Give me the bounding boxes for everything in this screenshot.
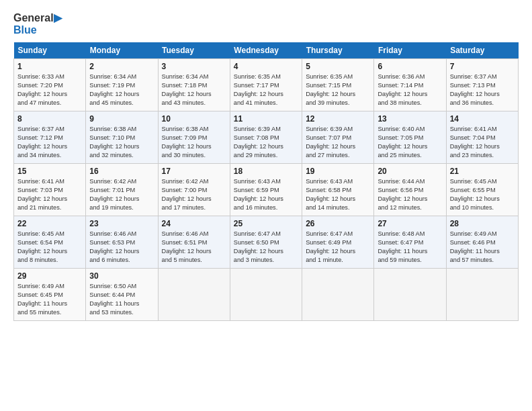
day-cell: 16Sunrise: 6:42 AMSunset: 7:01 PMDayligh… <box>86 164 158 216</box>
day-cell: 13Sunrise: 6:40 AMSunset: 7:05 PMDayligh… <box>374 111 446 164</box>
header-row: Sunday Monday Tuesday Wednesday Thursday… <box>14 42 519 59</box>
day-detail: Sunrise: 6:46 AMSunset: 6:51 PMDaylight:… <box>162 230 226 265</box>
day-cell <box>374 269 446 321</box>
day-number: 16 <box>89 167 154 176</box>
day-detail: Sunrise: 6:48 AMSunset: 6:47 PMDaylight:… <box>378 230 442 265</box>
day-detail: Sunrise: 6:46 AMSunset: 6:53 PMDaylight:… <box>89 230 154 265</box>
day-cell: 2Sunrise: 6:34 AMSunset: 7:19 PMDaylight… <box>86 59 158 111</box>
day-number: 4 <box>234 62 298 71</box>
day-detail: Sunrise: 6:36 AMSunset: 7:14 PMDaylight:… <box>378 73 442 107</box>
day-detail: Sunrise: 6:40 AMSunset: 7:05 PMDaylight:… <box>378 125 442 160</box>
day-number: 9 <box>89 114 154 124</box>
day-number: 26 <box>306 219 370 228</box>
day-detail: Sunrise: 6:45 AMSunset: 6:54 PMDaylight:… <box>17 230 82 265</box>
day-cell: 27Sunrise: 6:48 AMSunset: 6:47 PMDayligh… <box>374 216 446 269</box>
day-cell: 17Sunrise: 6:42 AMSunset: 7:00 PMDayligh… <box>158 164 230 216</box>
day-cell: 26Sunrise: 6:47 AMSunset: 6:49 PMDayligh… <box>302 216 374 269</box>
day-number: 29 <box>17 271 82 281</box>
day-cell: 15Sunrise: 6:41 AMSunset: 7:03 PMDayligh… <box>14 164 86 216</box>
day-cell <box>158 269 230 321</box>
day-detail: Sunrise: 6:39 AMSunset: 7:07 PMDaylight:… <box>306 125 370 160</box>
day-detail: Sunrise: 6:42 AMSunset: 7:00 PMDaylight:… <box>162 177 226 212</box>
logo: General▶ Blue <box>13 12 62 36</box>
day-number: 11 <box>234 114 298 124</box>
col-tuesday: Tuesday <box>158 42 230 59</box>
day-number: 2 <box>89 62 154 71</box>
day-detail: Sunrise: 6:49 AMSunset: 6:45 PMDaylight:… <box>17 282 82 317</box>
day-detail: Sunrise: 6:34 AMSunset: 7:19 PMDaylight:… <box>89 73 154 107</box>
week-row-3: 15Sunrise: 6:41 AMSunset: 7:03 PMDayligh… <box>14 164 519 216</box>
day-detail: Sunrise: 6:42 AMSunset: 7:01 PMDaylight:… <box>89 177 154 212</box>
day-number: 30 <box>89 271 154 281</box>
day-cell: 24Sunrise: 6:46 AMSunset: 6:51 PMDayligh… <box>158 216 230 269</box>
day-cell: 25Sunrise: 6:47 AMSunset: 6:50 PMDayligh… <box>230 216 302 269</box>
day-number: 13 <box>378 114 442 124</box>
day-cell: 4Sunrise: 6:35 AMSunset: 7:17 PMDaylight… <box>230 59 302 111</box>
day-number: 10 <box>162 114 226 124</box>
day-number: 15 <box>17 167 82 176</box>
day-detail: Sunrise: 6:34 AMSunset: 7:18 PMDaylight:… <box>162 73 226 107</box>
day-cell: 1Sunrise: 6:33 AMSunset: 7:20 PMDaylight… <box>14 59 86 111</box>
col-wednesday: Wednesday <box>230 42 302 59</box>
day-number: 21 <box>450 167 515 176</box>
day-detail: Sunrise: 6:38 AMSunset: 7:09 PMDaylight:… <box>162 125 226 160</box>
day-detail: Sunrise: 6:50 AMSunset: 6:44 PMDaylight:… <box>89 282 154 317</box>
col-monday: Monday <box>86 42 158 59</box>
day-number: 14 <box>450 114 515 124</box>
day-cell: 12Sunrise: 6:39 AMSunset: 7:07 PMDayligh… <box>302 111 374 164</box>
day-cell: 6Sunrise: 6:36 AMSunset: 7:14 PMDaylight… <box>374 59 446 111</box>
calendar-table: Sunday Monday Tuesday Wednesday Thursday… <box>13 42 519 321</box>
day-number: 27 <box>378 219 442 228</box>
day-number: 1 <box>17 62 82 71</box>
day-detail: Sunrise: 6:44 AMSunset: 6:56 PMDaylight:… <box>378 177 442 212</box>
week-row-5: 29Sunrise: 6:49 AMSunset: 6:45 PMDayligh… <box>14 269 519 321</box>
day-detail: Sunrise: 6:37 AMSunset: 7:13 PMDaylight:… <box>450 73 515 107</box>
day-number: 22 <box>17 219 82 228</box>
day-number: 7 <box>450 62 515 71</box>
day-detail: Sunrise: 6:35 AMSunset: 7:15 PMDaylight:… <box>306 73 370 107</box>
day-number: 23 <box>89 219 154 228</box>
day-detail: Sunrise: 6:38 AMSunset: 7:10 PMDaylight:… <box>89 125 154 160</box>
day-number: 12 <box>306 114 370 124</box>
col-thursday: Thursday <box>302 42 374 59</box>
day-cell: 8Sunrise: 6:37 AMSunset: 7:12 PMDaylight… <box>14 111 86 164</box>
day-number: 3 <box>162 62 226 71</box>
day-cell <box>302 269 374 321</box>
day-cell: 11Sunrise: 6:39 AMSunset: 7:08 PMDayligh… <box>230 111 302 164</box>
day-number: 18 <box>234 167 298 176</box>
logo-text: General▶ Blue <box>13 12 62 36</box>
col-saturday: Saturday <box>446 42 518 59</box>
day-cell <box>230 269 302 321</box>
day-number: 6 <box>378 62 442 71</box>
day-cell: 5Sunrise: 6:35 AMSunset: 7:15 PMDaylight… <box>302 59 374 111</box>
day-cell: 14Sunrise: 6:41 AMSunset: 7:04 PMDayligh… <box>446 111 518 164</box>
day-cell: 28Sunrise: 6:49 AMSunset: 6:46 PMDayligh… <box>446 216 518 269</box>
day-detail: Sunrise: 6:43 AMSunset: 6:58 PMDaylight:… <box>306 177 370 212</box>
day-cell: 19Sunrise: 6:43 AMSunset: 6:58 PMDayligh… <box>302 164 374 216</box>
day-detail: Sunrise: 6:41 AMSunset: 7:03 PMDaylight:… <box>17 177 82 212</box>
day-cell: 23Sunrise: 6:46 AMSunset: 6:53 PMDayligh… <box>86 216 158 269</box>
week-row-4: 22Sunrise: 6:45 AMSunset: 6:54 PMDayligh… <box>14 216 519 269</box>
day-number: 19 <box>306 167 370 176</box>
day-cell: 10Sunrise: 6:38 AMSunset: 7:09 PMDayligh… <box>158 111 230 164</box>
day-detail: Sunrise: 6:49 AMSunset: 6:46 PMDaylight:… <box>450 230 515 265</box>
day-number: 17 <box>162 167 226 176</box>
day-number: 5 <box>306 62 370 71</box>
day-cell <box>446 269 518 321</box>
day-detail: Sunrise: 6:45 AMSunset: 6:55 PMDaylight:… <box>450 177 515 212</box>
day-cell: 21Sunrise: 6:45 AMSunset: 6:55 PMDayligh… <box>446 164 518 216</box>
day-cell: 9Sunrise: 6:38 AMSunset: 7:10 PMDaylight… <box>86 111 158 164</box>
day-cell: 18Sunrise: 6:43 AMSunset: 6:59 PMDayligh… <box>230 164 302 216</box>
page-header: General▶ Blue <box>13 12 519 36</box>
day-detail: Sunrise: 6:43 AMSunset: 6:59 PMDaylight:… <box>234 177 298 212</box>
day-cell: 7Sunrise: 6:37 AMSunset: 7:13 PMDaylight… <box>446 59 518 111</box>
day-number: 8 <box>17 114 82 124</box>
day-detail: Sunrise: 6:37 AMSunset: 7:12 PMDaylight:… <box>17 125 82 160</box>
day-number: 28 <box>450 219 515 228</box>
col-sunday: Sunday <box>14 42 86 59</box>
day-detail: Sunrise: 6:47 AMSunset: 6:50 PMDaylight:… <box>234 230 298 265</box>
day-number: 24 <box>162 219 226 228</box>
day-detail: Sunrise: 6:41 AMSunset: 7:04 PMDaylight:… <box>450 125 515 160</box>
day-number: 25 <box>234 219 298 228</box>
day-detail: Sunrise: 6:39 AMSunset: 7:08 PMDaylight:… <box>234 125 298 160</box>
